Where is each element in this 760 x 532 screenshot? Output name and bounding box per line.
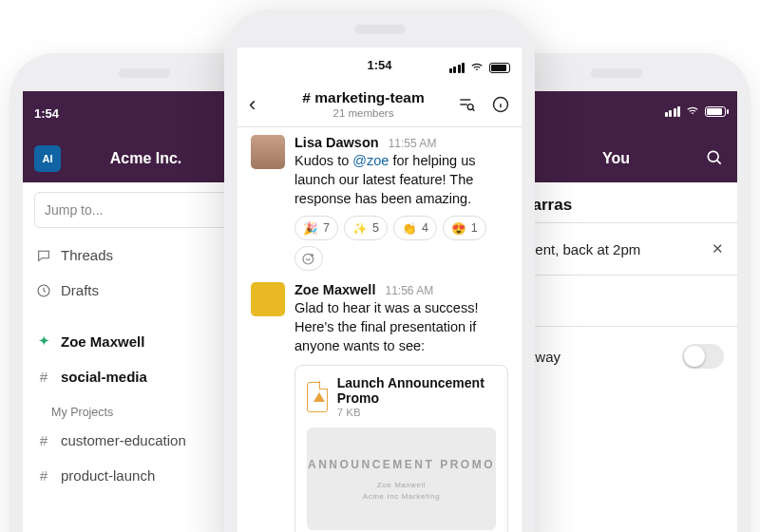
center-phone-screen: 1:54 ‹ # marketing-team 21 members: [238, 48, 522, 532]
file-preview[interactable]: ANNOUNCEMENT PROMO Zoe Maxwell Acme Inc …: [307, 428, 496, 530]
file-size: 7 KB: [337, 407, 496, 418]
status-icons: [665, 104, 727, 118]
file-title: Launch Announcement Promo: [337, 375, 496, 406]
dm-zoe-label: Zoe Maxwell: [61, 333, 144, 350]
avatar[interactable]: [251, 135, 285, 169]
center-phone-frame: 1:54 ‹ # marketing-team 21 members: [224, 10, 535, 532]
file-attachment[interactable]: Launch Announcement Promo 7 KB ANNOUNCEM…: [294, 365, 508, 532]
channel-members: 21 members: [277, 107, 449, 119]
preview-sub1: Zoe Maxwell: [377, 481, 427, 489]
earpiece: [591, 68, 642, 78]
reaction-chip[interactable]: ✨5: [344, 216, 388, 240]
battery-icon: [705, 106, 726, 117]
preview-title: ANNOUNCEMENT PROMO: [308, 458, 495, 471]
signal-icon: [449, 63, 466, 73]
add-reaction-icon: [301, 251, 316, 266]
nav-drafts-label: Drafts: [61, 282, 99, 298]
file-icon: [307, 382, 328, 412]
channel-header: ‹ # marketing-team 21 members: [238, 82, 522, 127]
status-bar: 1:54: [238, 48, 522, 82]
workspace-icon: AI: [34, 145, 61, 172]
reactions: 🎉7 ✨5 👏4 😍1: [294, 216, 508, 271]
mention[interactable]: @zoe: [352, 153, 389, 168]
svg-point-2: [467, 104, 473, 109]
avatar[interactable]: [251, 282, 285, 316]
search-icon[interactable]: [705, 148, 724, 167]
reaction-chip[interactable]: 👏4: [393, 216, 437, 240]
jump-to-input[interactable]: Jump to...: [34, 192, 254, 228]
drafts-icon: [36, 283, 51, 298]
channel-product-launch-label: product-launch: [61, 467, 155, 484]
back-button[interactable]: ‹: [249, 92, 270, 117]
channel-social-media-label: social-media: [61, 369, 147, 385]
message[interactable]: Lisa Dawson 11:55 AM Kudos to @zoe for h…: [251, 135, 508, 271]
wifi-icon: [686, 104, 699, 118]
message-time: 11:55 AM: [389, 137, 437, 150]
message-author: Lisa Dawson: [294, 135, 379, 150]
message-time: 11:56 AM: [385, 284, 433, 297]
channel-name: # marketing-team: [277, 89, 449, 106]
presence-icon: ✦: [36, 332, 51, 350]
info-icon[interactable]: [491, 95, 510, 114]
status-time: 1:54: [34, 106, 59, 121]
message-author: Zoe Maxwell: [294, 282, 375, 297]
svg-point-1: [708, 151, 718, 162]
threads-icon: [36, 248, 51, 263]
message-list[interactable]: Lisa Dawson 11:55 AM Kudos to @zoe for h…: [238, 127, 522, 532]
wifi-icon: [470, 61, 484, 74]
add-reaction-button[interactable]: [294, 246, 323, 271]
earpiece: [354, 25, 406, 34]
hash-icon: #: [36, 467, 51, 484]
message-body: Kudos to @zoe for helping us launch our …: [294, 151, 508, 208]
message[interactable]: Zoe Maxwell 11:56 AM Glad to hear it was…: [251, 282, 508, 532]
close-icon[interactable]: ✕: [712, 240, 724, 257]
reaction-chip[interactable]: 🎉7: [294, 216, 338, 240]
channel-customer-education-label: customer-education: [61, 432, 186, 448]
status-icons: [449, 61, 511, 74]
status-time: 1:54: [367, 58, 391, 72]
channel-title-block[interactable]: # marketing-team 21 members: [277, 89, 449, 119]
nav-threads-label: Threads: [61, 247, 113, 263]
away-toggle[interactable]: [682, 344, 724, 369]
filter-search-icon[interactable]: [457, 95, 476, 114]
preview-sub2: Acme Inc Marketing: [363, 492, 441, 501]
earpiece: [119, 68, 170, 78]
hash-icon: #: [36, 432, 51, 448]
battery-icon: [489, 63, 510, 73]
hash-icon: #: [36, 369, 51, 385]
signal-icon: [665, 106, 681, 117]
you-title: You: [602, 150, 630, 167]
reaction-chip[interactable]: 😍1: [443, 216, 486, 240]
message-body: Glad to hear it was a success! Here's th…: [294, 298, 508, 355]
